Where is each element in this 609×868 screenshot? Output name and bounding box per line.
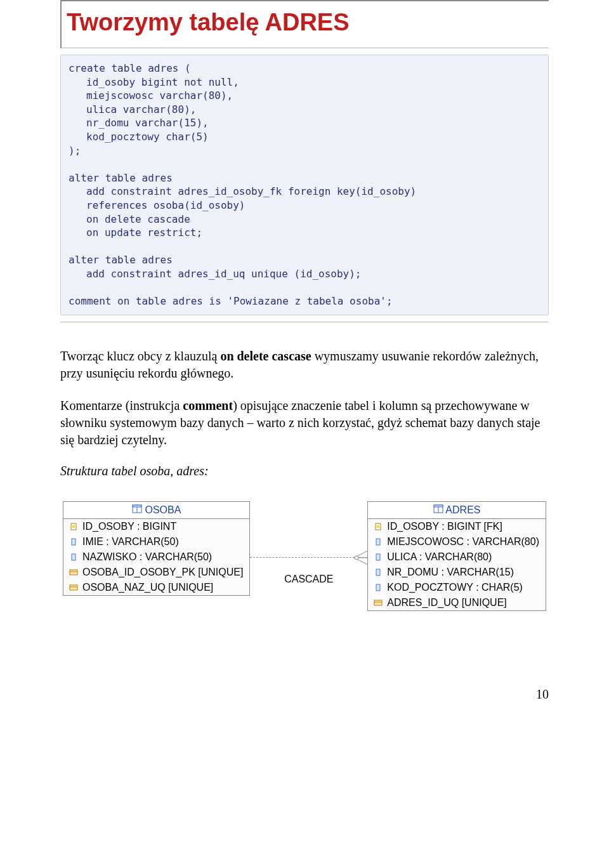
index-icon — [373, 598, 383, 607]
table-row-text: NR_DOMU : VARCHAR(15) — [387, 567, 514, 578]
db-table-name: ADRES — [445, 504, 480, 515]
paragraph-2: Komentarze (instrukcja comment) opisując… — [60, 397, 549, 449]
code-line: comment on table adres is 'Powiazane z t… — [69, 294, 540, 308]
index-icon — [69, 583, 79, 592]
divider — [60, 322, 549, 322]
table-row-text: MIEJSCOWOSC : VARCHAR(80) — [387, 536, 539, 548]
code-blank-line — [69, 157, 540, 171]
p1-part1: Tworząc klucz obcy z klauzulą — [60, 349, 220, 363]
column-icon — [69, 537, 79, 546]
table-icon — [433, 504, 443, 513]
er-diagram: OSOBA ID_OSOBY : BIGINT IMIE : VARCHAR(5… — [60, 501, 549, 611]
table-row: MIEJSCOWOSC : VARCHAR(80) — [368, 534, 546, 549]
code-blank-line — [69, 281, 540, 295]
sql-code-block: create table adres (id_osoby bigint not … — [60, 55, 549, 315]
svg-rect-21 — [376, 554, 380, 560]
table-row: NR_DOMU : VARCHAR(15) — [368, 565, 546, 580]
db-table-header: ADRES — [368, 502, 546, 519]
table-icon — [132, 504, 142, 513]
svg-rect-20 — [376, 539, 380, 545]
table-row-text: ULICA : VARCHAR(80) — [387, 551, 492, 563]
pk-icon — [69, 522, 79, 531]
code-line: add constraint adres_id_osoby_fk foreign… — [69, 185, 540, 199]
table-row-text: NAZWISKO : VARCHAR(50) — [82, 551, 212, 563]
page-number: 10 — [0, 687, 609, 702]
table-row-text: ID_OSOBY : BIGINT — [82, 521, 176, 532]
svg-rect-19 — [377, 525, 379, 528]
table-row-text: OSOBA_ID_OSOBY_PK [UNIQUE] — [82, 567, 243, 578]
index-icon — [69, 568, 79, 577]
db-table-osoba: OSOBA ID_OSOBY : BIGINT IMIE : VARCHAR(5… — [63, 501, 250, 596]
table-row-text: IMIE : VARCHAR(50) — [82, 536, 179, 548]
db-table-header: OSOBA — [63, 502, 249, 519]
svg-rect-9 — [70, 585, 77, 590]
code-line: on delete cascade — [69, 213, 540, 227]
svg-rect-24 — [374, 600, 382, 605]
column-icon — [373, 537, 383, 546]
svg-rect-16 — [434, 505, 443, 507]
code-line: ); — [69, 144, 540, 158]
p2-part1: Komentarze (instrukcja — [60, 398, 183, 412]
table-row: NAZWISKO : VARCHAR(50) — [63, 549, 249, 565]
title-divider — [62, 48, 549, 48]
code-line: add constraint adres_id_uq unique (id_os… — [69, 267, 540, 281]
diagram-connector: CASCADE — [250, 501, 367, 585]
table-row: ULICA : VARCHAR(80) — [368, 549, 546, 565]
code-blank-line — [69, 240, 540, 254]
table-row: ADRES_ID_UQ [UNIQUE] — [368, 595, 546, 610]
code-line: create table adres ( — [69, 62, 540, 76]
column-icon — [69, 553, 79, 562]
table-row-text: OSOBA_NAZ_UQ [UNIQUE] — [82, 582, 213, 593]
connector-line — [250, 546, 367, 571]
table-row: OSOBA_NAZ_UQ [UNIQUE] — [63, 580, 249, 595]
svg-rect-22 — [376, 569, 380, 575]
crowfoot-icon — [354, 549, 368, 566]
code-line: alter table adres — [69, 171, 540, 185]
title-section: Tworzymy tabelę ADRES — [60, 0, 549, 48]
svg-rect-5 — [72, 539, 75, 545]
table-row: ID_OSOBY : BIGINT — [63, 519, 249, 534]
table-row-text: ADRES_ID_UQ [UNIQUE] — [387, 597, 506, 608]
svg-rect-6 — [72, 554, 75, 560]
code-line: on update restrict; — [69, 226, 540, 240]
p1-bold: on delete cascase — [220, 349, 311, 363]
code-line: miejscowosc varchar(80), — [69, 89, 540, 103]
code-line: ulica varchar(80), — [69, 103, 540, 117]
table-row: KOD_POCZTOWY : CHAR(5) — [368, 580, 546, 595]
code-line: kod_pocztowy char(5) — [69, 130, 540, 144]
pk-icon — [373, 522, 383, 531]
code-line: nr_domu varchar(15), — [69, 116, 540, 130]
table-row: OSOBA_ID_OSOBY_PK [UNIQUE] — [63, 565, 249, 580]
svg-rect-4 — [72, 525, 75, 528]
svg-rect-7 — [70, 570, 77, 575]
table-row-text: KOD_POCZTOWY : CHAR(5) — [387, 582, 523, 593]
code-line: references osoba(id_osoby) — [69, 199, 540, 213]
table-row-text: ID_OSOBY : BIGINT [FK] — [387, 521, 502, 532]
svg-rect-1 — [133, 505, 141, 507]
code-line: id_osoby bigint not null, — [69, 76, 540, 89]
paragraph-1: Tworząc klucz obcy z klauzulą on delete … — [60, 348, 549, 382]
page-title: Tworzymy tabelę ADRES — [67, 9, 549, 36]
db-table-name: OSOBA — [145, 504, 181, 515]
column-icon — [373, 583, 383, 592]
table-row: IMIE : VARCHAR(50) — [63, 534, 249, 549]
db-table-adres: ADRES ID_OSOBY : BIGINT [FK] MIEJSCOWOSC… — [367, 501, 546, 611]
column-icon — [373, 568, 383, 577]
table-row: ID_OSOBY : BIGINT [FK] — [368, 519, 546, 534]
column-icon — [373, 553, 383, 562]
p2-bold: comment — [183, 398, 233, 412]
svg-rect-23 — [376, 584, 380, 591]
connector-label: CASCADE — [284, 574, 333, 585]
code-line: alter table adres — [69, 253, 540, 267]
svg-point-14 — [355, 556, 358, 560]
subheading: Struktura tabel osoba, adres: — [60, 464, 549, 478]
